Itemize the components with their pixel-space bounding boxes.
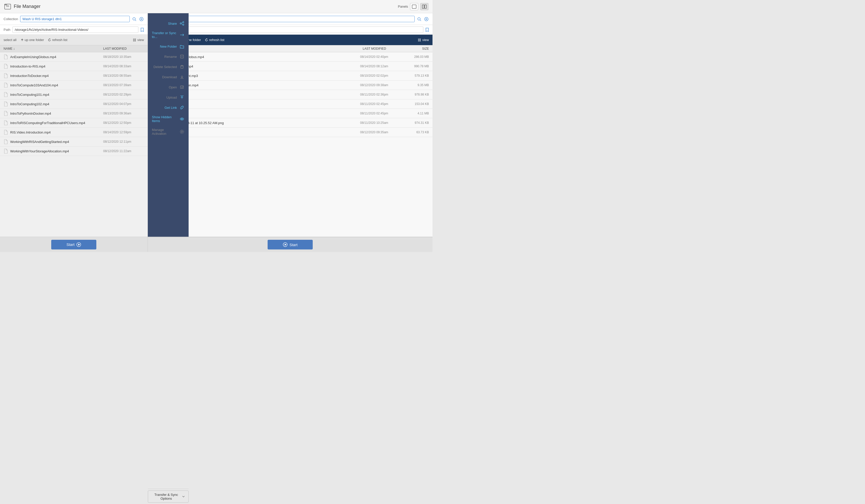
download-icon: [180, 74, 185, 80]
ctx-label: Show Hidden Items: [152, 115, 177, 123]
context-menu-item-upload[interactable]: Upload: [148, 92, 188, 103]
single-panel-button[interactable]: [410, 3, 418, 10]
right-path-row: [148, 25, 432, 35]
right-file-row[interactable]: introduction.statement.mp3 08/10/2020 02…: [148, 71, 432, 81]
left-bottom-bar: Start: [0, 237, 148, 252]
svg-marker-50: [285, 244, 287, 246]
right-file-row[interactable]: RIS.Video.Introduction.mp4 08/12/2020 09…: [148, 81, 432, 90]
svg-point-14: [133, 39, 134, 40]
right-path-input[interactable]: [151, 26, 423, 33]
right-col-header: NAME ↓ LAST MODIFIED SIZE: [148, 45, 432, 52]
left-file-row[interactable]: RIS.Video.Introduction.mp4 08/14/2020 12…: [0, 128, 148, 137]
context-menu-item-open: Open: [148, 82, 188, 92]
file-manager-icon: [4, 3, 11, 10]
right-search-button[interactable]: [417, 16, 422, 22]
right-collection-input[interactable]: [151, 16, 415, 22]
left-file-row[interactable]: IntroToPythonInDocker.mp4 08/13/2020 09:…: [0, 109, 148, 118]
svg-point-16: [133, 40, 134, 41]
panels-label: Panels: [398, 4, 408, 9]
context-menu-item-transfer[interactable]: Transfer or Sync to...: [148, 28, 188, 41]
left-col-name: NAME ↓: [3, 47, 103, 50]
right-file-row[interactable]: Introduction-to-RIS.mp4 08/14/2020 08:12…: [148, 62, 432, 71]
svg-rect-28: [181, 66, 183, 68]
left-file-row[interactable]: AnExampleInUsingGlobus.mp4 08/18/2020 10…: [0, 52, 148, 62]
svg-point-37: [180, 130, 184, 133]
right-file-row[interactable]: RISVideoLogo.gif 08/11/2020 02:36pm 978.…: [148, 90, 432, 99]
svg-rect-5: [422, 5, 424, 9]
right-panel: ☰ select all up one folder refresh list …: [148, 13, 432, 252]
left-up-folder-button[interactable]: up one folder: [21, 38, 44, 42]
file-size: 978.98 KB: [403, 93, 429, 96]
context-menu-item-share[interactable]: Share: [148, 18, 188, 28]
file-size: 4.11 MB: [403, 112, 429, 115]
left-collection-label: Collection: [3, 17, 18, 21]
left-collection-input[interactable]: [20, 16, 130, 22]
right-file-row[interactable]: AnExampleInUsingGlobus.mp4 08/14/2020 02…: [148, 52, 432, 62]
right-close-button[interactable]: [424, 16, 429, 22]
right-refresh-button[interactable]: refresh list: [205, 38, 224, 42]
left-file-row[interactable]: IntroToCompute103And104.mp4 08/13/2020 0…: [0, 81, 148, 90]
file-date: 08/14/2020 12:59pm: [103, 130, 144, 134]
ctx-label: Rename: [164, 55, 177, 59]
file-date: 08/18/2020 10:35am: [103, 55, 144, 59]
svg-rect-6: [425, 5, 426, 9]
file-date: 08/11/2020 02:45pm: [360, 102, 401, 106]
left-file-row[interactable]: IntroductionToDocker.mp4 08/13/2020 08:5…: [0, 71, 148, 81]
right-bookmark-button[interactable]: [425, 27, 429, 32]
file-date: 08/14/2020 02:40pm: [360, 55, 401, 59]
left-start-button[interactable]: Start: [51, 240, 96, 249]
left-file-row[interactable]: IntroToComputing102.mp4 08/12/2020 04:07…: [0, 99, 148, 109]
file-date: 08/14/2020 08:33am: [103, 65, 144, 68]
file-icon: [3, 83, 8, 87]
left-file-row[interactable]: Introduction-to-RIS.mp4 08/14/2020 08:33…: [0, 62, 148, 71]
svg-point-12: [133, 38, 134, 39]
context-menu-item-folder[interactable]: New Folder: [148, 41, 188, 51]
left-view-button[interactable]: view: [133, 38, 144, 42]
right-start-button[interactable]: Start: [268, 240, 313, 249]
right-file-row[interactable]: RISVideoLogo.png 08/11/2020 02:45pm 153.…: [148, 99, 432, 109]
left-file-row[interactable]: WorkingWithYourStorageAllocation.mp4 08/…: [0, 146, 148, 156]
left-close-button[interactable]: [139, 16, 144, 22]
context-menu-item-eye[interactable]: Show Hidden Items: [148, 113, 188, 125]
file-icon: [3, 102, 8, 106]
right-file-row[interactable]: title.intro.mp3 08/12/2020 09:35am 63.73…: [148, 128, 432, 137]
file-date: 08/12/2020 09:38am: [360, 83, 401, 87]
left-file-row[interactable]: WorkingWithRISAndGettingStarted.mp4 08/1…: [0, 137, 148, 146]
left-col-header: NAME ↓ LAST MODIFIED: [0, 45, 148, 52]
svg-point-34: [180, 118, 184, 120]
left-path-input[interactable]: [12, 26, 138, 33]
context-menu-item-link[interactable]: Get Link: [148, 103, 188, 113]
file-icon: [3, 130, 8, 135]
right-bottom-row: Start: [148, 237, 432, 252]
file-date: 08/11/2020 10:25am: [360, 121, 401, 125]
left-file-row[interactable]: IntroToComputing101.mp4 08/12/2020 02:29…: [0, 90, 148, 99]
file-icon: [3, 64, 8, 69]
settings-icon: [180, 129, 185, 134]
file-icon: [3, 139, 8, 144]
svg-point-21: [183, 24, 184, 25]
file-date: 08/12/2020 02:29pm: [103, 93, 144, 96]
left-bookmark-button[interactable]: [140, 27, 144, 32]
right-file-row[interactable]: Screen Shot 2020-08-11 at 10.25.52 AM.pn…: [148, 118, 432, 128]
left-select-all-button[interactable]: select all: [3, 38, 16, 42]
left-refresh-button[interactable]: refresh list: [48, 38, 67, 42]
svg-point-47: [418, 40, 419, 41]
left-search-button[interactable]: [132, 16, 137, 22]
context-menu-item-download: Download: [148, 72, 188, 82]
right-view-button[interactable]: view: [418, 38, 429, 42]
svg-marker-19: [78, 244, 80, 246]
ctx-label: Upload: [166, 96, 177, 99]
svg-rect-15: [134, 40, 136, 40]
file-name: Introduction-to-RIS.mp4: [10, 65, 101, 68]
title-bar: File Manager Panels: [0, 0, 432, 13]
right-file-row[interactable]: RISVideoLogo.xcf 08/11/2020 02:45pm 4.11…: [148, 109, 432, 118]
dual-panel-button[interactable]: [420, 3, 428, 10]
file-date: 08/12/2020 11:22am: [103, 149, 144, 153]
svg-line-24: [182, 24, 183, 24]
left-file-row[interactable]: IntroToRISComputingForTraditionalHPCUser…: [0, 118, 148, 128]
left-path-row: Path: [0, 25, 148, 35]
eye-icon: [180, 116, 185, 121]
share-icon: [180, 21, 185, 26]
file-name: IntroToCompute103And104.mp4: [10, 83, 101, 87]
ctx-label: Get Link: [165, 106, 177, 109]
